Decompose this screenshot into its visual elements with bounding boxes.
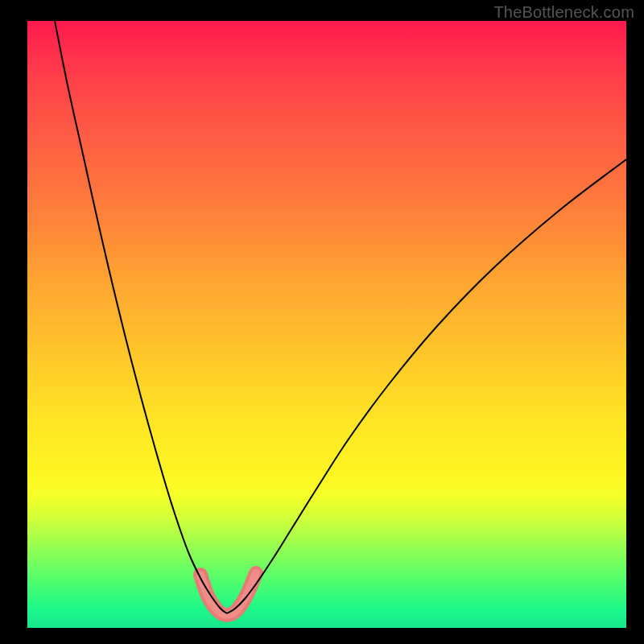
watermark-text: TheBottleneck.com bbox=[493, 3, 634, 22]
plot-area bbox=[27, 21, 626, 628]
curve-left-branch bbox=[55, 21, 227, 613]
chart-frame: TheBottleneck.com bbox=[0, 0, 644, 644]
plot-svg bbox=[27, 21, 626, 628]
curve-right-branch bbox=[227, 159, 626, 613]
